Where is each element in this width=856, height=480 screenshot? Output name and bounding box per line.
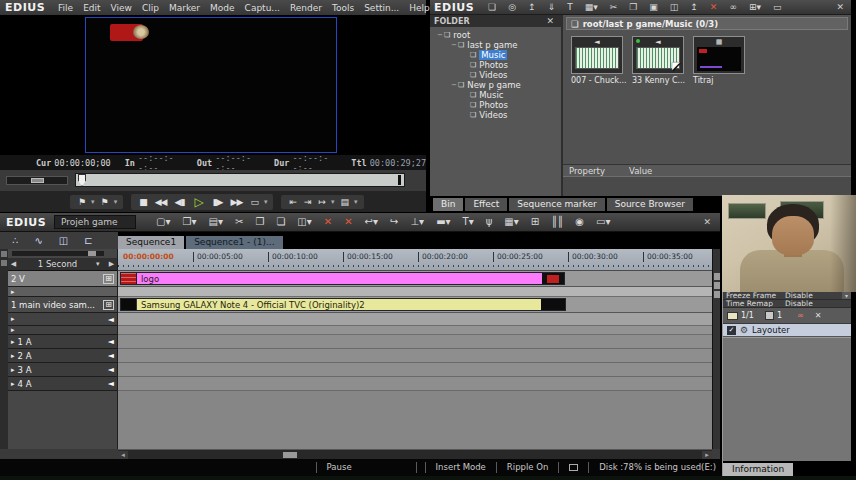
timescale-right-icon[interactable]: ▶ (106, 260, 117, 268)
stop-button[interactable]: ■ (135, 196, 151, 208)
speaker-icon[interactable]: ◄ (108, 315, 114, 324)
hscroll-right-icon[interactable]: ▸ (702, 451, 712, 459)
goto-in-button[interactable]: ⇤ (285, 196, 300, 208)
next-frame-button[interactable]: ▮▶ (209, 196, 227, 208)
lane-1va-mixer[interactable] (118, 326, 712, 335)
expander-arrow-icon[interactable]: ▸ (11, 338, 15, 346)
position-bar[interactable] (75, 173, 405, 187)
tab-bin[interactable]: Bin (433, 198, 463, 211)
tree-item-root[interactable]: − ❏ root (430, 30, 561, 40)
speaker-icon[interactable]: ◄ (108, 379, 114, 388)
timeline-horizontal-scrollbar[interactable]: ◂ ▸ (118, 449, 712, 459)
playhead-marker[interactable] (78, 174, 86, 186)
voiceover-mic-icon[interactable]: ψ (484, 217, 495, 227)
title-tool-icon[interactable]: T▾ (461, 217, 476, 227)
lane-4a[interactable] (118, 377, 712, 391)
menu-mode[interactable]: Mode (205, 3, 240, 13)
track-2v-expander[interactable]: ▸ (8, 287, 117, 297)
set-in-point-button[interactable]: ⚑ (74, 196, 89, 208)
lane-1va-audio[interactable] (118, 313, 712, 326)
save-project-icon[interactable]: ▤▾ (207, 217, 225, 227)
timeline-paste-icon[interactable]: ❏ (274, 217, 287, 227)
expander-arrow-icon[interactable]: ▸ (11, 326, 15, 334)
track-header-3a[interactable]: ▸ 3 A ◄ (8, 363, 117, 377)
sync-mode-icon[interactable]: ∴ (10, 236, 20, 246)
previous-frame-button[interactable]: ◀▮ (171, 196, 189, 208)
undo-icon[interactable]: ↩▾ (363, 217, 380, 227)
speaker-icon[interactable]: ◄ (108, 337, 114, 346)
add-clip-icon[interactable]: ▦▾ (583, 3, 600, 12)
create-title-icon[interactable]: T (565, 3, 575, 12)
tree-item-last-p-game[interactable]: − ❏ last p game (430, 40, 561, 50)
tab-information[interactable]: Information (723, 463, 793, 476)
status-insert-mode[interactable]: Insert Mode (425, 462, 496, 473)
loop-playback-button[interactable]: ▭ (246, 196, 262, 208)
tree-item-photos-2[interactable]: ❏ Photos (430, 100, 561, 110)
lane-2v[interactable]: logo (118, 271, 712, 287)
multicam-grid-icon[interactable]: ⊞ (529, 217, 541, 227)
track-1va-audio-sub[interactable]: ▸ ◄ (8, 313, 117, 326)
tree-item-photos[interactable]: ❏ Photos (430, 60, 561, 70)
remove-effect-icon[interactable]: ✕ (815, 311, 822, 320)
menu-file[interactable]: File (53, 3, 78, 13)
sequence-tab-1[interactable]: Sequence1 (118, 236, 184, 249)
lane-2a[interactable] (118, 349, 712, 363)
delete-icon[interactable]: ✕ (708, 3, 720, 12)
expander-arrow-icon[interactable]: ▸ (11, 288, 15, 296)
menu-settings[interactable]: Settin... (359, 3, 404, 13)
property-column-header[interactable]: Property (563, 166, 625, 176)
expander-arrow-icon[interactable]: ▸ (11, 380, 15, 388)
asset-video-1[interactable]: ▦ Titraj (693, 36, 745, 85)
hscroll-left-icon[interactable]: ◂ (118, 451, 128, 459)
expander-icon[interactable]: − (450, 41, 458, 49)
value-column-header[interactable]: Value (625, 166, 652, 176)
effect-row-time-remap[interactable]: Time Remap Disable (723, 300, 851, 308)
record-export-icon[interactable]: ◉ (573, 217, 586, 227)
export-clip-icon[interactable]: ↥ (688, 3, 700, 12)
menu-edit[interactable]: Edit (78, 3, 105, 13)
add-cut-point-icon[interactable]: ⊥▾ (408, 217, 426, 227)
export-button[interactable]: ▤ (337, 196, 353, 208)
tab-effect[interactable]: Effect (465, 198, 507, 211)
cut-icon[interactable]: ✂ (608, 3, 620, 12)
goto-marker-button[interactable]: ↦ (315, 196, 330, 208)
track-header-4a[interactable]: ▸ 4 A ◄ (8, 377, 117, 391)
overwrite-mode-icon[interactable]: ◫ (57, 236, 70, 246)
shuttle-slider[interactable] (6, 176, 68, 185)
tree-item-videos[interactable]: ❏ Videos (430, 70, 561, 80)
tree-item-music-selected[interactable]: ❏ Music (430, 50, 561, 60)
timescale-dropdown-icon[interactable]: ▾ (96, 260, 106, 268)
tab-sequence-marker[interactable]: Sequence marker (509, 198, 604, 211)
bin-close-icon[interactable]: ✕ (833, 2, 847, 12)
menu-clip[interactable]: Clip (137, 3, 164, 13)
match-frame-icon[interactable]: ◫▾ (295, 217, 313, 227)
lane-2v-mixer[interactable] (118, 287, 712, 297)
goto-dropdown-icon[interactable]: ▾ (329, 198, 337, 206)
track-header-2v[interactable]: 2 V ⊞ (8, 271, 117, 287)
asset-audio-1[interactable]: ◄ 007 - Chuck... (571, 36, 623, 85)
transition-icon[interactable]: ▬▾ (434, 217, 452, 227)
new-sequence-icon[interactable]: ▢▾ (154, 217, 172, 227)
rewind-button[interactable]: ◀◀ (151, 196, 171, 208)
bin-path-bar[interactable]: ❏ root/last p game/Music (0/3) (566, 17, 848, 30)
lane-1va[interactable]: Samsung GALAXY Note 4 - Official TVC (Or… (118, 297, 712, 313)
expander-arrow-icon[interactable]: ▸ (11, 315, 15, 323)
timeline-vertical-scrollbar[interactable] (712, 249, 720, 449)
expander-arrow-icon[interactable]: ▸ (11, 366, 15, 374)
import-icon[interactable]: ⇓ (546, 3, 558, 12)
track-header-2a[interactable]: ▸ 2 A ◄ (8, 349, 117, 363)
menu-tools[interactable]: Tools (327, 3, 359, 13)
menu-marker[interactable]: Marker (164, 3, 205, 13)
redo-icon[interactable]: ↪ (388, 217, 400, 227)
timeline-ruler[interactable]: 00:00:00:00 00:00:05:00 00:00:10:00 00:0… (118, 249, 712, 271)
goto-out-button[interactable]: ⇥ (300, 196, 315, 208)
sequence-tab-2[interactable]: Sequence1 - (1)... (186, 236, 282, 249)
track-header-1a[interactable]: ▸ 1 A ◄ (8, 335, 117, 349)
clip-logo[interactable]: logo (120, 272, 565, 285)
effect-enabled-checkbox[interactable]: ✓ (727, 326, 736, 335)
tree-item-new-p-game[interactable]: − ❏ New p game (430, 80, 561, 90)
menu-view[interactable]: View (106, 3, 137, 13)
expander-icon[interactable]: − (450, 81, 458, 89)
lane-1a[interactable] (118, 335, 712, 349)
menu-capture[interactable]: Captu... (240, 3, 285, 13)
